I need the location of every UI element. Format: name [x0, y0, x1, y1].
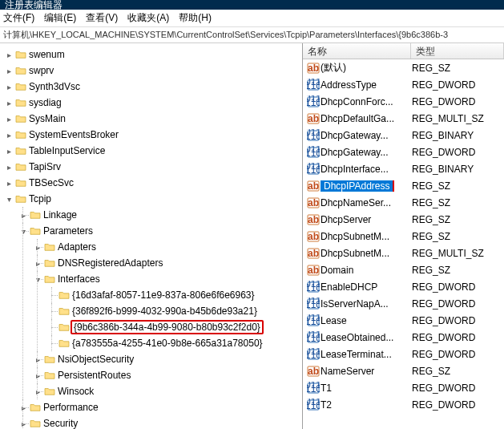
svg-text:110: 110	[307, 333, 320, 344]
chevron-right-icon[interactable]: ▸	[32, 355, 43, 364]
tree-item[interactable]: ▸SysMain	[3, 111, 302, 127]
value-row[interactable]: 011110DhcpGateway...REG_BINARY	[303, 127, 504, 144]
chevron-right-icon[interactable]: ▸	[3, 115, 14, 123]
chevron-right-icon[interactable]: ▸	[18, 403, 29, 412]
value-row[interactable]: 011110DhcpInterface...REG_BINARY	[303, 160, 504, 177]
value-type: REG_SZ	[412, 366, 504, 377]
menu-help[interactable]: 帮助(H)	[179, 11, 212, 25]
tree-item[interactable]: ▾Parameters	[18, 223, 302, 239]
svg-text:110: 110	[307, 316, 320, 327]
chevron-right-icon[interactable]: ▸	[18, 211, 29, 220]
tree-pane[interactable]: ▸swenum▸swprv▸Synth3dVsc▸sysdiag▸SysMain…	[0, 43, 303, 429]
tree-item-label: Interfaces	[58, 273, 100, 285]
folder-icon	[58, 322, 71, 333]
tree-item[interactable]: ▸swprv	[3, 63, 302, 79]
chevron-right-icon[interactable]: ▸	[32, 259, 43, 268]
chevron-right-icon[interactable]: ▸	[3, 163, 14, 172]
chevron-down-icon[interactable]: ▾	[32, 275, 43, 284]
chevron-right-icon[interactable]: ▸	[32, 371, 43, 380]
value-row[interactable]: 011110LeaseObtained...REG_DWORD	[303, 329, 504, 346]
folder-icon	[14, 49, 27, 60]
value-row[interactable]: abDhcpSubnetM...REG_MULTI_SZ	[303, 245, 504, 261]
value-row[interactable]: 011110T2REG_DWORD	[303, 396, 504, 413]
folder-icon	[14, 97, 27, 108]
tree-item[interactable]: ▸TapiSrv	[3, 159, 302, 175]
tree-item[interactable]: ▸Performance	[18, 399, 302, 415]
chevron-down-icon[interactable]: ▾	[3, 195, 14, 204]
folder-icon	[43, 241, 56, 253]
svg-text:110: 110	[307, 400, 320, 411]
value-name: EnableDHCP	[321, 281, 412, 293]
value-row[interactable]: 011110DhcpConnForc...REG_DWORD	[303, 93, 504, 110]
folder-icon	[14, 113, 27, 124]
chevron-right-icon[interactable]: ▸	[3, 99, 14, 107]
tree-item[interactable]: ▸SystemEventsBroker	[3, 127, 302, 143]
value-row[interactable]: abNameServerREG_SZ	[303, 362, 504, 379]
chevron-right-icon[interactable]: ▸	[3, 83, 14, 91]
folder-icon	[43, 370, 56, 381]
tree-item[interactable]: ▸Linkage	[18, 207, 302, 223]
tree-item[interactable]: ▸sysdiag	[3, 95, 302, 111]
tree-item[interactable]: ▾Tcpip	[3, 191, 302, 207]
menu-file[interactable]: 文件(F)	[3, 11, 34, 25]
menu-view[interactable]: 查看(V)	[86, 11, 118, 25]
tree-item[interactable]: {9b6c386b-344a-4b99-9080-b80b93c2f2d0}	[46, 319, 302, 335]
tree-item[interactable]: {36f892f6-b999-4032-990a-b45b6de93a21}	[46, 303, 302, 319]
tree-item[interactable]: ▸NsiObjectSecurity	[32, 351, 302, 367]
tree-item[interactable]: ▸Synth3dVsc	[3, 79, 302, 95]
menu-favorites[interactable]: 收藏夹(A)	[127, 11, 169, 25]
value-type: REG_DWORD	[412, 332, 504, 343]
value-row[interactable]: abDhcpNameSer...REG_SZ	[303, 194, 504, 211]
folder-icon	[29, 209, 42, 221]
chevron-right-icon[interactable]: ▸	[18, 419, 29, 428]
value-row[interactable]: ab(默认)REG_SZ	[303, 59, 504, 76]
value-row[interactable]: abDhcpDefaultGa...REG_MULTI_SZ	[303, 110, 504, 127]
value-row[interactable]: 011110IsServerNapA...REG_DWORD	[303, 295, 504, 312]
address-bar[interactable]: 计算机\HKEY_LOCAL_MACHINE\SYSTEM\CurrentCon…	[0, 27, 504, 43]
value-name: LeaseObtained...	[321, 332, 412, 343]
tree-item[interactable]: {16d3afaf-8057-11e9-837a-806e6f6e6963}	[46, 287, 302, 303]
tree-item[interactable]: {a783555a-4255-41e0-9b8e-665a31a78050}	[46, 335, 302, 351]
value-row[interactable]: 011110AddressTypeREG_DWORD	[303, 76, 504, 93]
value-row[interactable]: 011110EnableDHCPREG_DWORD	[303, 278, 504, 295]
tree-item[interactable]: ▸TBSecSvc	[3, 175, 302, 191]
value-row[interactable]: abDhcpServerREG_SZ	[303, 211, 504, 228]
col-name[interactable]: 名称	[303, 43, 411, 59]
chevron-right-icon[interactable]: ▸	[32, 387, 43, 396]
tree-item[interactable]: ▸TableInputService	[3, 143, 302, 159]
value-row[interactable]: abDhcpIPAddressREG_SZ	[303, 177, 504, 194]
chevron-right-icon[interactable]: ▸	[3, 67, 14, 75]
svg-text:ab: ab	[308, 63, 319, 74]
tree-item[interactable]: ▸Adapters	[32, 239, 302, 255]
value-row[interactable]: abDhcpSubnetM...REG_SZ	[303, 228, 504, 245]
tree-item[interactable]: ▾Interfaces	[32, 271, 302, 287]
values-pane[interactable]: 名称 类型 ab(默认)REG_SZ011110AddressTypeREG_D…	[303, 43, 504, 429]
tree-item[interactable]: ▸swenum	[3, 47, 302, 63]
value-type: REG_SZ	[412, 180, 504, 192]
value-row[interactable]: 011110T1REG_DWORD	[303, 379, 504, 396]
value-row[interactable]: 011110LeaseTerminat...REG_DWORD	[303, 346, 504, 362]
folder-icon	[14, 161, 27, 172]
chevron-right-icon[interactable]: ▸	[3, 147, 14, 156]
binary-value-icon: 011110	[306, 129, 321, 142]
value-type: REG_DWORD	[412, 315, 504, 326]
tree-item-label: swenum	[29, 49, 65, 60]
tree-item[interactable]: ▸PersistentRoutes	[32, 367, 302, 383]
string-value-icon: ab	[306, 112, 321, 125]
col-type[interactable]: 类型	[411, 43, 504, 59]
chevron-down-icon[interactable]: ▾	[18, 227, 29, 236]
value-row[interactable]: abDomainREG_SZ	[303, 261, 504, 278]
value-row[interactable]: 011110DhcpGateway...REG_DWORD	[303, 144, 504, 160]
menu-edit[interactable]: 编辑(E)	[44, 11, 76, 25]
svg-text:110: 110	[307, 383, 320, 395]
folder-icon	[29, 402, 42, 413]
tree-item[interactable]: ▸DNSRegisteredAdapters	[32, 255, 302, 271]
value-row[interactable]: 011110LeaseREG_DWORD	[303, 312, 504, 329]
chevron-right-icon[interactable]: ▸	[32, 243, 43, 252]
tree-item[interactable]: ▸Winsock	[32, 383, 302, 399]
chevron-right-icon[interactable]: ▸	[3, 51, 14, 59]
chevron-right-icon[interactable]: ▸	[3, 179, 14, 188]
chevron-right-icon[interactable]: ▸	[3, 131, 14, 140]
tree-item[interactable]: ▸Security	[18, 415, 302, 429]
value-name: DhcpIPAddress	[321, 180, 412, 192]
